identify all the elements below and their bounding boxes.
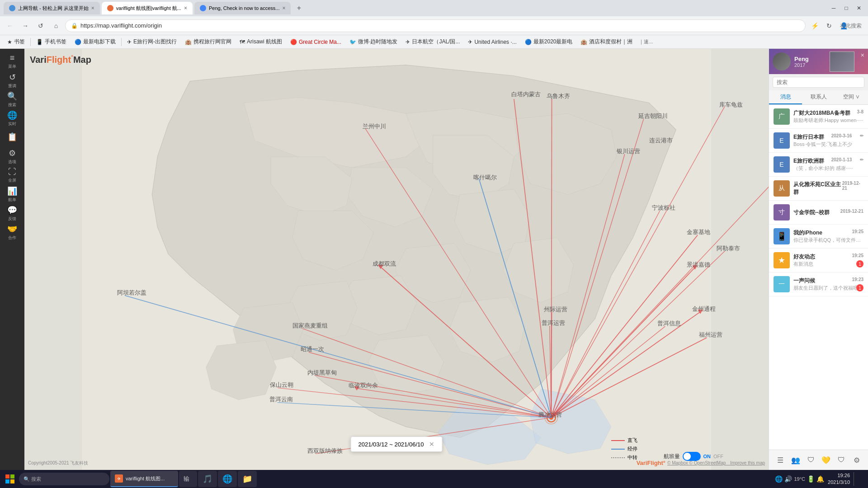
start-button[interactable]	[2, 471, 18, 487]
battery-icon[interactable]: 🔋	[807, 475, 815, 483]
bookmark-movies2[interactable]: 🔵 最新2020最新电	[521, 37, 576, 47]
refresh-icon[interactable]: ↻	[823, 19, 835, 32]
tab-3[interactable]: Peng, Check in now to access... ×	[194, 2, 291, 14]
svg-text:白塔内蒙古: 白塔内蒙古	[511, 91, 541, 98]
qq-contact-7-body: 一声问候 19:23 朋友生日愿到了，送个祝福吧。	[793, 277, 863, 291]
taskbar-app-extra[interactable]: 📁	[238, 471, 257, 487]
new-tab-button[interactable]: +	[292, 2, 305, 14]
bookmark-books[interactable]: ★ 书签	[4, 37, 28, 47]
forward-button[interactable]: →	[19, 19, 32, 32]
qq-tool-shield[interactable]: 🛡	[835, 454, 848, 466]
bookmark-arisawi[interactable]: 🗺 Arisawi 航线图	[236, 37, 286, 47]
qq-tool-security[interactable]: 🛡	[805, 454, 817, 466]
notification-icon[interactable]: 🔔	[816, 475, 824, 483]
bookmark-ctrip[interactable]: 🏨 携程旅行网官网	[181, 37, 235, 47]
qq-tool-menu[interactable]: ☰	[774, 454, 787, 466]
svg-text:宁波栎社: 宁波栎社	[652, 204, 675, 211]
qq-contact-1[interactable]: E E旅行日本群 2020-3-16 ✏ Boss·令狐一笑:飞着上不少	[769, 129, 868, 153]
sidebar-reset[interactable]: ↺ 重调	[3, 71, 21, 89]
bookmark-mobile[interactable]: 📱 手机书签	[33, 37, 70, 47]
toggle-on-label: ON	[703, 454, 711, 459]
bookmark-jal[interactable]: ✈ 日本航空（JAL/国...	[402, 37, 463, 47]
variflight-taskbar-icon: ✈	[115, 474, 123, 483]
qq-contact-4[interactable]: 寸 寸金学院--校群 2019-12-21	[769, 201, 868, 225]
taskbar-app-media[interactable]: 🎵	[198, 471, 217, 487]
qq-contact-3[interactable]: 从 从化雅禾苑C区业主群 2019-12-21	[769, 177, 868, 201]
bookmark-greatcircle[interactable]: 🔴 Great Circle Ma...	[287, 37, 345, 47]
qq-tab-messages[interactable]: 消息	[769, 90, 802, 104]
legend-stopover-line	[611, 449, 625, 450]
qq-contact-7-avatar: 一	[774, 276, 790, 292]
bookmark-icon: 🗺	[240, 39, 245, 45]
map-area[interactable]: VariFlight°Map	[24, 49, 769, 470]
qq-contact-5[interactable]: 📱 我的iPhone 19:25 你已登录手机QQ，可传文件到手机	[769, 225, 868, 249]
bookmark-movies[interactable]: 🔵 最新电影下载	[71, 37, 119, 47]
qq-tab-space[interactable]: 空间 ∨	[835, 90, 868, 104]
home-button[interactable]: ⌂	[50, 19, 62, 32]
qq-contact-1-avatar: E	[774, 132, 790, 149]
tab-3-close[interactable]: ×	[282, 5, 285, 11]
svg-text:西双版纳傣族: 西双版纳傣族	[307, 447, 343, 454]
qq-contact-0-body: 广财大2018MBA备考群 3-8 鼓励考研老师:Happy women····…	[793, 109, 863, 124]
sidebar-feedback[interactable]: 💬 反馈	[3, 204, 21, 222]
qq-contact-5-name: 我的iPhone 19:25	[793, 229, 863, 237]
reload-button[interactable]: ↺	[34, 19, 47, 32]
sidebar-realtime[interactable]: 🌐 实时	[3, 109, 21, 127]
sidebar-partner[interactable]: 🤝 合作	[3, 223, 21, 241]
taskbar-system-icons: 🌐 🔊 19°C 🔋 🔔	[775, 475, 824, 483]
maximize-button[interactable]: □	[841, 3, 852, 14]
qq-toolbar: ☰ 👥 🛡 💛 🛡 ⚙	[769, 450, 868, 470]
sidebar-flights[interactable]: 📊 航单	[3, 185, 21, 203]
volume-icon[interactable]: 🔊	[784, 475, 792, 483]
taskbar-search[interactable]: 🔍 搜索	[19, 473, 109, 485]
qq-tab-contacts[interactable]: 联系人	[802, 90, 835, 104]
bookmark-label: 酒店和度假村｜洲	[589, 38, 632, 46]
qq-contact-2-body: E旅行欧洲群 2020-1-13 ✏ （笑，俞小米:好的 感谢·····	[793, 157, 863, 172]
date-popup-close[interactable]: ✕	[429, 441, 434, 448]
taskbar-ime-label: 输	[184, 475, 189, 483]
qq-contact-2-avatar: E	[774, 156, 790, 173]
search-icon[interactable]	[852, 19, 864, 32]
bookmark-label: 最新电影下载	[83, 38, 116, 46]
qq-contact-0[interactable]: 广 广财大2018MBA备考群 3-8 鼓励考研老师:Happy women··…	[769, 105, 868, 129]
tab-1-close[interactable]: ×	[91, 5, 94, 11]
qq-close-button[interactable]: ×	[861, 52, 864, 59]
taskbar-clock[interactable]: 19:26 2021/3/10	[828, 472, 850, 486]
svg-text:普洱运营: 普洱运营	[542, 319, 565, 326]
qq-tool-contacts[interactable]: 👥	[789, 454, 802, 466]
minimize-button[interactable]: ─	[828, 3, 839, 14]
sidebar-fullscreen[interactable]: ⛶ 全屏	[3, 166, 21, 184]
bookmark-weibo[interactable]: 🐦 微博·趋时随地发	[346, 37, 401, 47]
sidebar-list[interactable]: 📋	[3, 128, 21, 146]
qq-search-input[interactable]	[773, 77, 864, 88]
sidebar-settings[interactable]: ⚙ 选项	[3, 147, 21, 165]
qq-tool-star[interactable]: 💛	[820, 454, 832, 466]
close-button[interactable]: ✕	[854, 3, 864, 14]
qq-avatar-image	[773, 52, 791, 70]
qq-contact-2[interactable]: E E旅行欧洲群 2020-1-13 ✏ （笑，俞小米:好的 感谢·····	[769, 153, 868, 177]
qq-contact-2-msg: （笑，俞小米:好的 感谢·····	[793, 165, 863, 172]
tab-2-close[interactable]: ×	[184, 5, 187, 11]
extensions-button[interactable]: ⚡	[808, 19, 821, 32]
qq-tool-settings[interactable]: ⚙	[850, 454, 863, 466]
bookmark-hotel[interactable]: 🏨 酒店和度假村｜洲	[577, 37, 636, 47]
improve-map-link[interactable]: © Mapbox © OpenStreetMap Improve this ma…	[667, 460, 765, 466]
taskbar-app-ime[interactable]: 输	[179, 471, 197, 487]
tab-2[interactable]: variflight 航线图|variflight 航... ×	[102, 2, 193, 14]
search-input[interactable]	[840, 23, 868, 29]
taskbar-app-browser2[interactable]: 🌐	[218, 471, 237, 487]
svg-text:阿坝若尔盖: 阿坝若尔盖	[117, 289, 146, 296]
qq-contact-6[interactable]: ★ 好友动态 19:25 有新消息 1	[769, 249, 868, 272]
sidebar-search[interactable]: 🔍 搜索	[3, 90, 21, 108]
svg-text:金寨基地: 金寨基地	[687, 229, 710, 235]
qq-contact-7[interactable]: 一 一声问候 19:23 朋友生日愿到了，送个祝福吧。 1	[769, 272, 868, 296]
taskbar-app-variflight[interactable]: ✈ variflight 航线图...	[110, 471, 178, 487]
network-icon[interactable]: 🌐	[775, 475, 783, 483]
address-bar[interactable]: 🔒 https://map.variflight.com/origin	[65, 19, 806, 32]
tab-1[interactable]: 上网导航 - 轻松上网 从这里开始 ×	[4, 2, 100, 14]
bookmark-united[interactable]: ✈ United Airlines ·...	[464, 37, 520, 47]
back-button[interactable]: ←	[4, 19, 16, 32]
sidebar-menu[interactable]: ≡ 菜单	[3, 52, 21, 70]
show-desktop-button[interactable]	[854, 472, 863, 486]
bookmark-etrip[interactable]: ✈ E旅行网-出图找行	[123, 37, 180, 47]
